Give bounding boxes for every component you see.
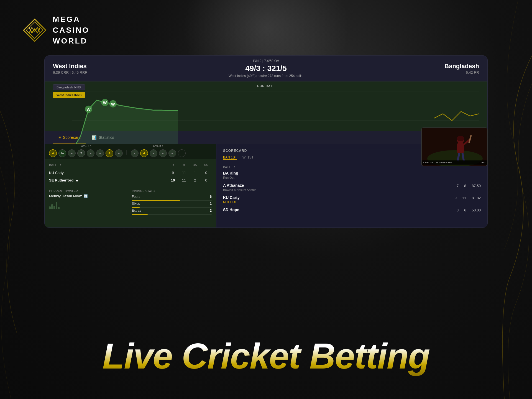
- svg-text:W: W: [111, 102, 115, 106]
- team-left-name: West Indies: [53, 63, 160, 70]
- video-inner: [422, 128, 487, 166]
- run-rate-chart: 10 5 0 5 10 15 20 25 30 35 40 45 W W W: [72, 91, 479, 150]
- sd-hope-b: 6: [464, 208, 466, 212]
- batter-2-4s: 2: [190, 178, 201, 182]
- ball-o7-1: 4: [49, 149, 57, 157]
- ball-o7-3: ●: [68, 149, 76, 157]
- sc-player-ku-carty: KU Carty NOT OUT 9 11 81.82: [223, 195, 481, 204]
- over-7-label: OVER 7: [81, 144, 91, 147]
- ball-o7-4: 2: [77, 149, 85, 157]
- batters-header: BATTER R B 4S 6S: [49, 162, 212, 168]
- ball-o8-6: [178, 149, 186, 157]
- ku-carty-b: 11: [462, 196, 466, 200]
- innings-stats-section: INNINGS STATS Fours 6 Sixes 1 Extras 2: [132, 190, 212, 215]
- over-divider: |: [126, 149, 127, 155]
- batter-1-6s: 0: [201, 171, 212, 175]
- ball-o7-8: ●: [115, 149, 123, 157]
- sd-hope-name: SD Hope: [223, 208, 239, 212]
- brand-name: MEGA CASINO WORLD: [53, 14, 89, 47]
- athanaze-sr: 87.50: [472, 184, 481, 188]
- legend-bangladesh[interactable]: Bangladesh INNS: [53, 84, 85, 90]
- ball-o7-6: ●: [96, 149, 104, 157]
- svg-point-32: [457, 136, 464, 141]
- left-panel: OVER 7 4 1w ● 2 ● ● 4 ● | OVER 8 ● 4 ● ●: [45, 144, 216, 227]
- logo-area: MEGA CASINO WORLD: [22, 14, 89, 47]
- sd-hope-sr: 50.00: [472, 208, 481, 212]
- video-thumbnail: CARTY 9 11 RUTHERFORD 50:3: [421, 127, 488, 166]
- ball-o8-3: ●: [150, 149, 157, 157]
- batter-2-r: 10: [167, 178, 178, 182]
- video-left-text: CARTY 9 11 RUTHERFORD: [423, 161, 452, 164]
- extras-val: 2: [210, 209, 212, 213]
- innings-tab-wi[interactable]: WI 1ST: [242, 155, 254, 160]
- team-left-rr: 6.39 CRR | 6.45 RRR: [53, 70, 160, 75]
- ba-king-status: Run Out: [223, 176, 481, 179]
- ba-king-name: BA King: [223, 171, 481, 175]
- svg-text:W: W: [87, 108, 91, 112]
- extras-key: Extras: [132, 209, 141, 213]
- ball-o7-5: ●: [87, 149, 94, 157]
- ku-carty-sr: 81.82: [472, 196, 481, 200]
- team-left: West Indies 6.39 CRR | 6.45 RRR: [53, 63, 160, 75]
- batters-area: BATTER R B 4S 6S KU Carty 9 11 1 0 SE Ru…: [45, 159, 216, 187]
- bottom-title-section: Live Cricket Betting: [0, 335, 532, 377]
- ball-o7-2: 1w: [58, 149, 66, 157]
- score-display: 49/3 : 321/5: [160, 64, 373, 73]
- chart-area: RUN RATE Bangladesh INNS West Indies INN…: [45, 81, 487, 131]
- batter-2-b: 11: [178, 178, 190, 182]
- batter-1-r: 9: [167, 171, 178, 175]
- sixes-val: 1: [210, 202, 212, 206]
- over-8-label: OVER 8: [153, 144, 163, 147]
- sc-player-athanaze: A Athanaze Bowled b Nasum Ahmed 7 8 87.5…: [223, 183, 481, 191]
- bowler-label: CURRENT BOWLER: [49, 190, 129, 193]
- ball-o8-4: ●: [159, 149, 167, 157]
- sc-player-ba-king: BA King Run Out: [223, 171, 481, 179]
- innings-tab-ban[interactable]: BAN 1ST: [223, 155, 237, 160]
- batter-1-b: 11: [178, 171, 190, 175]
- batter-2-name: SE Rutherford: [49, 178, 167, 182]
- fours-key: Fours: [132, 195, 140, 199]
- bowler-icon: 🔄: [84, 194, 88, 198]
- svg-marker-0: [24, 19, 46, 41]
- ku-carty-name: KU Carty: [223, 195, 240, 200]
- sixes-key: Sixes: [132, 202, 140, 206]
- innings-row-sixes: Sixes 1: [132, 201, 212, 206]
- logo-icon: [22, 18, 47, 43]
- svg-text:W: W: [103, 101, 107, 105]
- video-player-visual: [422, 128, 487, 166]
- batter-row-1: KU Carty 9 11 1 0: [49, 169, 212, 177]
- match-center: INN 2 | 7.4/50 OV 49/3 : 321/5 West Indi…: [160, 59, 373, 78]
- athanaze-b: 8: [464, 184, 466, 188]
- innings-info: INN 2 | 7.4/50 OV: [160, 59, 373, 63]
- svg-line-31: [462, 153, 464, 161]
- scorecard-icon: ≡: [58, 135, 61, 140]
- ball-o8-2: 4: [140, 149, 148, 157]
- team-right-name: Bangladesh: [373, 63, 479, 70]
- athanaze-name: A Athanaze: [223, 183, 256, 188]
- over-7: OVER 7 4 1w ● 2 ● ● 4 ●: [49, 147, 123, 157]
- video-right-text: 50:3: [481, 161, 485, 164]
- innings-row-fours: Fours 6: [132, 194, 212, 200]
- video-overlay: CARTY 9 11 RUTHERFORD 50:3: [422, 160, 487, 165]
- bottom-stats-area: CURRENT BOWLER Mehidy Hasan Miraz 🔄: [45, 187, 216, 218]
- innings-stats-label: INNINGS STATS: [132, 190, 212, 193]
- match-description: West Indies (49/3) require 273 runs from…: [160, 74, 373, 78]
- overs-row: OVER 7 4 1w ● 2 ● ● 4 ● | OVER 8 ● 4 ● ●: [45, 144, 216, 159]
- ball-o8-5: ●: [168, 149, 176, 157]
- batting-indicator: [76, 180, 78, 181]
- svg-line-30: [458, 153, 459, 161]
- bowler-section: CURRENT BOWLER Mehidy Hasan Miraz 🔄: [49, 190, 129, 215]
- ku-carty-status: NOT OUT: [223, 200, 240, 204]
- athanaze-status: Bowled b Nasum Ahmed: [223, 188, 256, 191]
- bowler-name: Mehidy Hasan Miraz 🔄: [49, 194, 129, 198]
- batter-row-2: SE Rutherford 10 11 2 0: [49, 177, 212, 184]
- fours-val: 6: [210, 195, 212, 199]
- ku-carty-stats: 9 11 81.82: [455, 196, 481, 200]
- athanaze-stats: 7 8 87.50: [457, 184, 481, 188]
- batter-1-name: KU Carty: [49, 171, 167, 175]
- sd-hope-stats: 3 6 50.00: [457, 208, 481, 212]
- athanaze-r: 7: [457, 184, 459, 188]
- sc-player-sd-hope: SD Hope 3 6 50.00: [223, 208, 481, 212]
- innings-row-extras: Extras 2: [132, 208, 212, 213]
- team-right-rr: 6.42 RR: [373, 70, 479, 75]
